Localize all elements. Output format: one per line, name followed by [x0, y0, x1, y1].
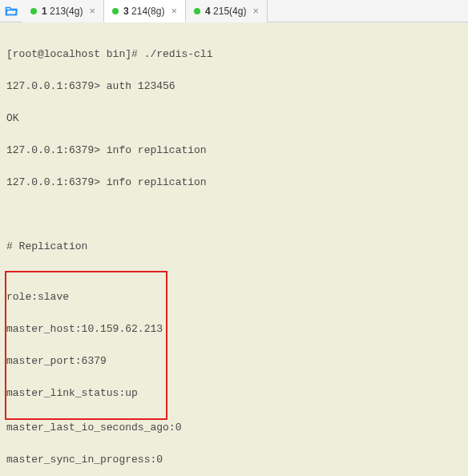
folder-icon[interactable]: [0, 0, 22, 22]
terminal-line: 127.0.0.1:6379> auth 123456: [6, 79, 462, 95]
tab-label: 4 215(4g): [205, 6, 246, 17]
close-icon[interactable]: ×: [87, 6, 97, 16]
terminal-line: master_port:6379: [6, 353, 163, 369]
highlighted-replication-info: role:slave master_host:10.159.62.213 mas…: [5, 271, 167, 420]
tab-bar: 1 213(4g) × 3 214(8g) × 4 215(4g) ×: [0, 0, 468, 22]
terminal-line: 127.0.0.1:6379> info replication: [6, 175, 462, 191]
tab-4-215[interactable]: 4 215(4g) ×: [186, 0, 268, 22]
tab-3-214[interactable]: 3 214(8g) ×: [104, 0, 186, 22]
terminal-line: master_sync_in_progress:0: [6, 452, 462, 468]
terminal-line: master_last_io_seconds_ago:0: [6, 420, 462, 436]
status-dot-icon: [112, 8, 119, 14]
terminal-line: role:slave: [6, 289, 163, 305]
terminal-line: OK: [6, 111, 462, 127]
terminal-line: [root@localhost bin]# ./redis-cli: [6, 46, 462, 63]
status-dot-icon: [30, 8, 37, 14]
terminal-line: master_host:10.159.62.213: [6, 321, 163, 337]
terminal-section-header: # Replication: [6, 239, 462, 255]
tab-label: 1 213(4g): [42, 6, 83, 17]
tab-1-213[interactable]: 1 213(4g) ×: [22, 0, 104, 22]
terminal-line: master_link_status:up: [6, 385, 163, 401]
status-dot-icon: [194, 8, 200, 14]
tab-label: 3 214(8g): [123, 6, 164, 17]
close-icon[interactable]: ×: [251, 6, 260, 16]
close-icon[interactable]: ×: [169, 6, 179, 16]
terminal-output[interactable]: [root@localhost bin]# ./redis-cli 127.0.…: [0, 22, 468, 476]
terminal-line: 127.0.0.1:6379> info replication: [6, 143, 462, 159]
